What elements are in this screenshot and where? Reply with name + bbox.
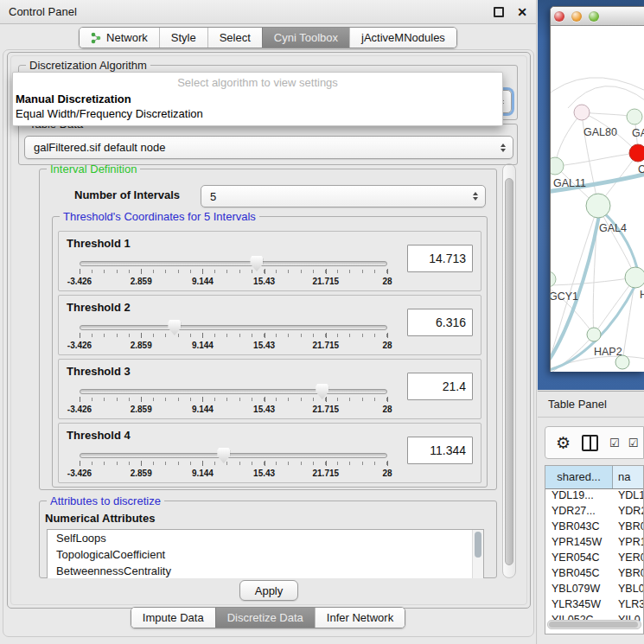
tab-label: jActiveMNodules bbox=[361, 31, 445, 44]
tick-label: 9.144 bbox=[192, 405, 214, 414]
table-rows: YDL19...YDL1 YDR27...YDR2 YBR043CYBR0 YP… bbox=[545, 489, 643, 629]
threshold-4-slider[interactable]: -3.426 2.859 9.144 15.43 21.715 28 bbox=[80, 446, 387, 482]
tick-label: 15.43 bbox=[253, 277, 275, 286]
zoom-traffic-light-icon[interactable] bbox=[589, 11, 599, 22]
window-title: Control Panel bbox=[9, 5, 494, 18]
list-item[interactable]: BetweennessCentrality bbox=[48, 563, 483, 578]
scrollbar-thumb[interactable] bbox=[475, 532, 481, 558]
slider-ticks bbox=[80, 334, 387, 337]
cyni-mode-tabs: Impute Data Discretize Data Infer Networ… bbox=[0, 607, 536, 628]
tab-label: Network bbox=[106, 31, 148, 44]
tab-label: Select bbox=[220, 31, 251, 44]
tick-label: 21.715 bbox=[313, 277, 340, 286]
combo-arrows-icon bbox=[501, 143, 506, 152]
network-window-titlebar[interactable] bbox=[551, 7, 644, 26]
dropdown-option-equal-width-frequency[interactable]: Equal Width/Frequency Discretization bbox=[13, 105, 502, 120]
table-row[interactable]: YDL19...YDL1 bbox=[545, 489, 643, 505]
network-node[interactable] bbox=[574, 105, 590, 120]
scrollbar-thumb[interactable] bbox=[549, 622, 638, 628]
threshold-4-value-field[interactable] bbox=[407, 437, 473, 464]
threshold-1-value-field[interactable] bbox=[407, 245, 473, 272]
list-scrollbar[interactable] bbox=[472, 530, 483, 578]
apply-button[interactable]: Apply bbox=[239, 580, 298, 601]
number-of-intervals-label: Number of Intervals bbox=[74, 188, 180, 201]
threshold-1-slider[interactable]: -3.426 2.859 9.144 15.43 21.715 28 bbox=[80, 254, 387, 290]
combo-value: galFiltered.sif default node bbox=[34, 141, 165, 154]
node-label: C bbox=[638, 163, 644, 175]
split-columns-icon[interactable] bbox=[582, 435, 598, 451]
close-traffic-light-icon[interactable] bbox=[554, 11, 564, 22]
number-of-intervals-combobox[interactable]: 5 bbox=[201, 185, 486, 207]
network-node[interactable] bbox=[625, 267, 644, 288]
tick-label: 21.715 bbox=[313, 405, 340, 414]
table-row[interactable]: YLR345WYLR3 bbox=[545, 598, 643, 614]
tab-select[interactable]: Select bbox=[207, 28, 262, 48]
list-item[interactable]: SelfLoops bbox=[48, 530, 483, 546]
tick-label: 28 bbox=[382, 277, 392, 286]
threshold-label: Threshold 3 bbox=[67, 365, 131, 378]
list-item[interactable]: TopologicalCoefficient bbox=[48, 546, 483, 563]
tick-label: 15.43 bbox=[253, 341, 275, 350]
table-panel-titlebar: Table Panel bbox=[538, 391, 644, 418]
network-node[interactable] bbox=[629, 144, 644, 162]
column-header-shared-name[interactable]: shared... bbox=[545, 466, 613, 488]
checkbox-icon[interactable]: ☑ bbox=[628, 437, 639, 449]
tick-label: 2.859 bbox=[131, 277, 152, 286]
threshold-label: Threshold 2 bbox=[67, 301, 131, 314]
tab-infer-network[interactable]: Infer Network bbox=[315, 608, 405, 628]
gear-icon[interactable]: ⚙ bbox=[556, 435, 571, 451]
table-hscrollbar[interactable] bbox=[547, 620, 641, 629]
panel-scrollbar[interactable] bbox=[502, 163, 516, 578]
node-label: GAL11 bbox=[553, 177, 586, 189]
tab-label: Cyni Toolbox bbox=[274, 31, 338, 44]
network-node[interactable] bbox=[551, 157, 564, 175]
network-canvas[interactable]: GAL80GACGAL11GAL4GCY1HHAP2 bbox=[551, 26, 644, 372]
node-label: H bbox=[640, 289, 644, 301]
tick-label: 2.859 bbox=[131, 469, 152, 478]
tab-label: Infer Network bbox=[327, 611, 393, 624]
tab-cyni-toolbox[interactable]: Cyni Toolbox bbox=[262, 28, 349, 48]
network-node[interactable] bbox=[551, 271, 556, 287]
table-row[interactable]: YBR045CYBR0 bbox=[545, 567, 643, 583]
cyni-toolbox-panel: Discretization Algorithm Select algorith… bbox=[7, 52, 531, 609]
threshold-3-value-field[interactable] bbox=[407, 373, 473, 400]
slider-track[interactable] bbox=[80, 389, 387, 394]
slider-track[interactable] bbox=[80, 453, 387, 458]
slider-track[interactable] bbox=[80, 261, 387, 266]
table-row[interactable]: YER054CYER0 bbox=[545, 552, 643, 567]
tick-label: 2.859 bbox=[131, 405, 152, 414]
close-window-icon[interactable]: ✕ bbox=[517, 6, 527, 18]
dropdown-placeholder: Select algorithm to view settings bbox=[13, 73, 502, 91]
slider-track[interactable] bbox=[80, 325, 387, 330]
slider-ticks bbox=[80, 270, 387, 273]
dropdown-option-manual-discretization[interactable]: Manual Discretization bbox=[13, 91, 502, 105]
tab-network[interactable]: Network bbox=[80, 28, 159, 48]
tab-style[interactable]: Style bbox=[159, 28, 207, 48]
minimize-traffic-light-icon[interactable] bbox=[571, 11, 582, 22]
threshold-2-slider[interactable]: -3.426 2.859 9.144 15.43 21.715 28 bbox=[80, 318, 387, 354]
slider-ticks bbox=[80, 398, 387, 401]
tab-label: Style bbox=[171, 31, 196, 44]
network-node[interactable] bbox=[627, 109, 642, 124]
network-node[interactable] bbox=[587, 328, 601, 341]
table-row[interactable]: YPR145WYPR1 bbox=[545, 536, 643, 552]
tab-discretize-data[interactable]: Discretize Data bbox=[215, 608, 315, 628]
numerical-attributes-label: Numerical Attributes bbox=[45, 512, 155, 525]
combo-value: 5 bbox=[210, 190, 216, 203]
table-row[interactable]: YBL079WYBL0 bbox=[545, 583, 643, 598]
network-node[interactable] bbox=[586, 194, 610, 218]
tick-label: 28 bbox=[382, 469, 392, 478]
tab-impute-data[interactable]: Impute Data bbox=[131, 608, 215, 628]
threshold-2-value-field[interactable] bbox=[407, 309, 473, 336]
group-label: Attributes to discretize bbox=[47, 494, 164, 507]
table-row[interactable]: YBR043CYBR0 bbox=[545, 520, 643, 536]
scrollbar-thumb[interactable] bbox=[505, 178, 513, 565]
table-data-combobox[interactable]: galFiltered.sif default node bbox=[24, 136, 513, 159]
tab-group: Network Style Select Cyni Toolbox jActiv… bbox=[79, 27, 457, 48]
table-row[interactable]: YDR27...YDR2 bbox=[545, 505, 643, 520]
column-header-name[interactable]: na bbox=[613, 466, 643, 488]
float-window-icon[interactable] bbox=[494, 7, 504, 17]
threshold-3-slider[interactable]: -3.426 2.859 9.144 15.43 21.715 28 bbox=[80, 382, 387, 418]
checkbox-icon[interactable]: ☑ bbox=[609, 437, 620, 449]
tab-jactivemnodules[interactable]: jActiveMNodules bbox=[349, 28, 456, 48]
